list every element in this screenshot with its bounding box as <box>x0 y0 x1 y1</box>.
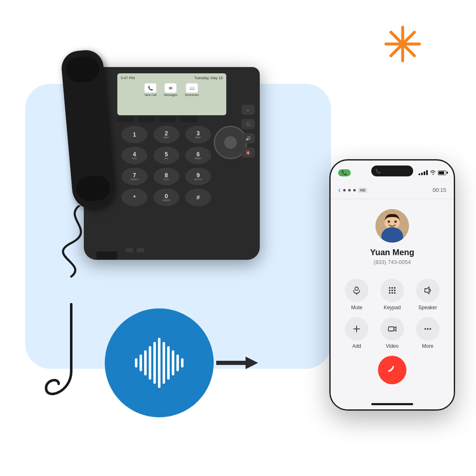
keypad-icon <box>380 279 404 302</box>
keypad-button[interactable]: Keypad <box>380 279 404 310</box>
orange-star-decoration <box>384 25 422 63</box>
softkey-2[interactable] <box>138 116 155 122</box>
wave-bar-7 <box>163 342 165 384</box>
signal-bar-4 <box>426 170 428 175</box>
signal-bar-1 <box>419 173 420 175</box>
vol-minus[interactable] <box>126 248 133 252</box>
key-star[interactable]: * <box>122 189 147 206</box>
wave-bar-8 <box>167 346 170 380</box>
speaker-icon <box>416 279 440 302</box>
svg-marker-21 <box>425 287 429 294</box>
hd-badge: HD <box>358 188 367 193</box>
desk-phone-time: 3:47 PM Tuesday, May 15 <box>121 76 223 80</box>
svg-marker-4 <box>216 357 258 369</box>
svg-point-20 <box>394 292 396 294</box>
mute-button[interactable]: Mute <box>345 279 368 310</box>
wave-bar-10 <box>176 354 179 371</box>
dynamic-island: 📞 <box>371 166 413 176</box>
wifi-icon <box>430 170 436 176</box>
key-3[interactable]: 3DEF <box>185 126 211 143</box>
wave-bar-11 <box>181 358 184 367</box>
key-8[interactable]: 8TUV <box>153 168 179 185</box>
svg-point-12 <box>389 287 391 289</box>
add-button[interactable]: Add <box>345 317 368 349</box>
headset-btn[interactable]: 🎧 <box>241 119 255 129</box>
smartphone: 📞 📞 <box>329 159 455 411</box>
back-button[interactable]: ‹ HD <box>338 186 367 194</box>
more-icon <box>416 317 440 341</box>
softkey-4[interactable] <box>180 116 197 122</box>
svg-rect-24 <box>388 327 394 331</box>
speaker-button[interactable]: Speaker <box>416 279 440 310</box>
controls-row-1: Mute <box>339 279 445 310</box>
wave-bar-4 <box>149 346 151 380</box>
desk-phone: 3:47 PM Tuesday, May 15 📞 New Call ✉ Mes… <box>34 25 277 268</box>
mute-icon <box>345 279 368 302</box>
key-7[interactable]: 7PQRS <box>122 168 147 185</box>
video-icon <box>380 317 404 341</box>
key-5[interactable]: 5JKL <box>153 147 179 164</box>
wave-bar-1 <box>135 358 137 367</box>
speaker-btn[interactable]: 🔊 <box>241 133 255 143</box>
phone-icon: 📞 <box>341 170 347 176</box>
key-6[interactable]: 6MNO <box>185 147 211 164</box>
end-call-button[interactable] <box>378 356 406 384</box>
call-controls: Mute <box>331 272 454 394</box>
svg-point-26 <box>424 328 426 330</box>
wave-bar-5 <box>153 342 156 384</box>
desk-screen-icon-new-call: 📞 New Call <box>145 83 156 96</box>
key-4[interactable]: 4GHI <box>122 147 147 164</box>
key-0[interactable]: 0OPER <box>153 189 179 206</box>
call-timer: 00:15 <box>432 187 446 193</box>
more-button[interactable]: More <box>416 317 440 349</box>
wave-bar-2 <box>140 354 142 371</box>
svg-point-8 <box>388 220 390 223</box>
svg-point-10 <box>355 287 358 290</box>
handdrawn-j <box>38 296 105 405</box>
more-label: More <box>422 343 433 349</box>
home-indicator <box>371 403 413 405</box>
key-2[interactable]: 2ABC <box>153 126 179 143</box>
caller-avatar <box>375 209 409 243</box>
mute-btn[interactable]: 🔇 <box>241 147 255 158</box>
wave-bar-3 <box>144 350 147 375</box>
wave-bar-9 <box>172 350 174 375</box>
vol-plus[interactable] <box>137 248 144 252</box>
key-9[interactable]: 9WXYZ <box>185 168 211 185</box>
audio-wave-circle <box>105 308 214 417</box>
svg-point-15 <box>389 290 391 291</box>
key-1[interactable]: 1 <box>122 126 147 143</box>
wave-bar-6 <box>158 338 160 388</box>
desk-screen-icon-messages: ✉ Messages <box>164 83 177 96</box>
softkey-3[interactable] <box>159 116 176 122</box>
add-label: Add <box>352 343 361 349</box>
arrow-right <box>216 350 258 375</box>
svg-point-28 <box>429 328 431 330</box>
phone-cord <box>54 205 105 281</box>
svg-point-13 <box>391 287 393 289</box>
video-label: Video <box>386 343 398 349</box>
dot-1 <box>343 189 346 191</box>
svg-point-18 <box>389 292 391 294</box>
call-screen: ‹ HD 00:15 <box>331 181 454 409</box>
key-hash[interactable]: # <box>185 189 211 206</box>
battery-icon <box>438 171 446 175</box>
keypad-label: Keypad <box>384 305 401 310</box>
call-status-indicator: 📞 <box>338 169 351 176</box>
desk-phone-screen: 3:47 PM Tuesday, May 15 📞 New Call ✉ Mes… <box>117 73 226 115</box>
home-btn[interactable]: ⌂ <box>241 105 255 115</box>
controls-row-2: Add Video <box>339 317 445 349</box>
softkey-1[interactable] <box>117 116 134 122</box>
signal-bar-2 <box>421 173 423 175</box>
signal-bars <box>419 170 428 175</box>
dot-2 <box>348 189 351 191</box>
caller-info-section: Yuan Meng (833) 743-0054 <box>331 199 454 272</box>
desk-screen-icon-directories: 📖 Directories <box>185 83 199 96</box>
mute-label: Mute <box>351 305 362 310</box>
svg-point-27 <box>427 328 429 330</box>
video-button[interactable]: Video <box>380 317 404 349</box>
call-nav-bar: ‹ HD 00:15 <box>331 181 454 199</box>
desk-phone-keypad: 1 2ABC 3DEF 4GHI 5JKL 6MNO 7PQRS 8TUV 9W… <box>122 126 214 206</box>
add-icon <box>345 317 368 341</box>
svg-point-17 <box>394 290 396 291</box>
